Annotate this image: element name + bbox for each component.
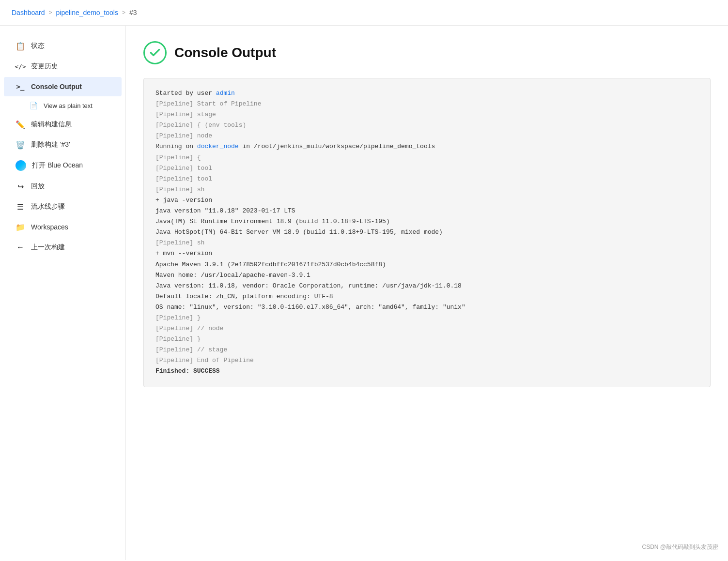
breadcrumb-dashboard[interactable]: Dashboard [12, 9, 45, 16]
breadcrumb-sep-2: > [122, 9, 125, 16]
console-line-2: [Pipeline] Start of Pipeline [155, 99, 698, 109]
console-line-3: [Pipeline] stage [155, 109, 698, 120]
sidebar-label-blue-ocean: 打开 Blue Ocean [32, 161, 83, 170]
console-text: [Pipeline] } [155, 314, 201, 321]
sidebar-label-replay: 回放 [31, 182, 45, 191]
console-text: [Pipeline] // stage [155, 346, 227, 353]
console-line-17: Apache Maven 3.9.1 (2e178502fcdbffc20167… [155, 259, 698, 270]
console-line-7: [Pipeline] { [155, 152, 698, 163]
replay-icon: ↪ [15, 182, 25, 191]
sidebar-item-view-plain-text[interactable]: 📄 View as plain text [4, 97, 122, 114]
admin-link[interactable]: admin [216, 90, 235, 97]
status-icon: 📋 [15, 41, 25, 51]
console-line-13: Java(TM) SE Runtime Environment 18.9 (bu… [155, 216, 698, 227]
console-text: Java(TM) SE Runtime Environment 18.9 (bu… [155, 218, 390, 225]
sidebar-label-edit-build: 编辑构建信息 [31, 120, 72, 129]
breadcrumb-pipeline[interactable]: pipeline_demo_tools [56, 9, 118, 16]
console-line-16: + mvn --version [155, 248, 698, 259]
sidebar-item-change-history[interactable]: </> 变更历史 [4, 57, 122, 76]
console-line-27: Finished: SUCCESS [155, 366, 698, 377]
console-text: + java -version [155, 197, 212, 204]
console-line-19: Java version: 11.0.18, vendor: Oracle Co… [155, 281, 698, 291]
sidebar-label-change-history: 变更历史 [31, 62, 58, 71]
sidebar-item-blue-ocean[interactable]: 打开 Blue Ocean [4, 155, 122, 176]
console-text: java version "11.0.18" 2023-01-17 LTS [155, 207, 295, 214]
sidebar-item-delete-build[interactable]: 🗑️ 删除构建 '#3' [4, 135, 122, 154]
console-line-14: Java HotSpot(TM) 64-Bit Server VM 18.9 (… [155, 227, 698, 238]
main-content: Console Output Started by user admin [Pi… [126, 26, 728, 560]
page-title: Console Output [174, 45, 276, 61]
console-line-9: [Pipeline] tool [155, 174, 698, 184]
console-line-15: [Pipeline] sh [155, 238, 698, 248]
change-history-icon: </> [15, 61, 25, 71]
sidebar-item-workspaces[interactable]: 📁 Workspaces [4, 217, 122, 237]
console-text: [Pipeline] // node [155, 325, 223, 332]
console-output-icon: >_ [15, 82, 25, 91]
sidebar-item-pipeline-steps[interactable]: ☰ 流水线步骤 [4, 197, 122, 216]
console-text: [Pipeline] { [155, 154, 201, 161]
console-line-5: [Pipeline] node [155, 131, 698, 141]
breadcrumb-current: #3 [129, 9, 137, 16]
console-text: Maven home: /usr/local/apache-maven-3.9.… [155, 272, 310, 279]
main-layout: 📋 状态 </> 变更历史 >_ Console Output 📄 View a… [0, 26, 728, 560]
sidebar-item-console-output[interactable]: >_ Console Output [4, 77, 122, 96]
blue-ocean-icon [15, 160, 26, 171]
console-text: OS name: "linux", version: "3.10.0-1160.… [155, 303, 465, 311]
console-text: [Pipeline] sh [155, 186, 204, 193]
sidebar-label-workspaces: Workspaces [31, 223, 68, 231]
console-text: + mvn --version [155, 250, 212, 257]
console-text: [Pipeline] } [155, 335, 201, 343]
console-text: [Pipeline] tool [155, 165, 212, 172]
console-text: [Pipeline] End of Pipeline [155, 357, 254, 364]
console-line-22: [Pipeline] } [155, 313, 698, 323]
sidebar-item-edit-build[interactable]: ✏️ 编辑构建信息 [4, 115, 122, 134]
console-line-18: Maven home: /usr/local/apache-maven-3.9.… [155, 270, 698, 281]
console-text: Running on [155, 143, 197, 150]
watermark: CSDN @敲代码敲到头发茂密 [642, 543, 718, 551]
sidebar-label-prev-build: 上一次构建 [31, 243, 65, 252]
sidebar-label-console-output: Console Output [31, 83, 82, 91]
sidebar-label-view-plain-text: View as plain text [44, 102, 93, 109]
sidebar: 📋 状态 </> 变更历史 >_ Console Output 📄 View a… [0, 26, 126, 560]
console-text: Java version: 11.0.18, vendor: Oracle Co… [155, 282, 462, 289]
console-line-26: [Pipeline] End of Pipeline [155, 355, 698, 366]
console-line-4: [Pipeline] { (env tools) [155, 120, 698, 131]
console-line-23: [Pipeline] // node [155, 323, 698, 334]
edit-build-icon: ✏️ [15, 120, 25, 129]
console-line-11: + java -version [155, 195, 698, 206]
breadcrumb: Dashboard > pipeline_demo_tools > #3 [0, 0, 728, 26]
sidebar-label-delete-build: 删除构建 '#3' [31, 140, 70, 149]
console-line-10: [Pipeline] sh [155, 184, 698, 195]
docker-node-link[interactable]: docker_node [197, 143, 239, 150]
console-line-25: [Pipeline] // stage [155, 345, 698, 355]
sidebar-item-status[interactable]: 📋 状态 [4, 36, 122, 56]
console-text: [Pipeline] stage [155, 111, 216, 118]
console-finished: Finished: SUCCESS [155, 367, 220, 375]
console-text: [Pipeline] tool [155, 175, 212, 182]
console-text: [Pipeline] Start of Pipeline [155, 100, 261, 107]
sidebar-label-status: 状态 [31, 42, 45, 50]
console-text: [Pipeline] node [155, 132, 212, 139]
breadcrumb-sep-1: > [49, 9, 52, 16]
delete-build-icon: 🗑️ [15, 140, 25, 150]
console-text: Started by user [155, 90, 216, 97]
page-header: Console Output [143, 41, 711, 64]
console-text: [Pipeline] { (env tools) [155, 121, 246, 129]
plain-text-icon: 📄 [29, 101, 38, 110]
console-line-12: java version "11.0.18" 2023-01-17 LTS [155, 206, 698, 216]
console-text: Default locale: zh_CN, platform encoding… [155, 293, 333, 300]
console-text: in /root/jenkins_mulu/workspace/pipeline… [239, 143, 435, 150]
sidebar-item-replay[interactable]: ↪ 回放 [4, 177, 122, 196]
prev-build-icon: ← [15, 243, 25, 252]
console-text: [Pipeline] sh [155, 239, 204, 246]
console-text: Apache Maven 3.9.1 (2e178502fcdbffc20167… [155, 261, 386, 268]
success-check-icon [143, 41, 167, 64]
sidebar-item-prev-build[interactable]: ← 上一次构建 [4, 238, 122, 257]
console-output-area: Started by user admin [Pipeline] Start o… [143, 78, 711, 387]
workspaces-icon: 📁 [15, 222, 25, 232]
console-line-20: Default locale: zh_CN, platform encoding… [155, 291, 698, 302]
console-text: Java HotSpot(TM) 64-Bit Server VM 18.9 (… [155, 228, 443, 236]
console-line-1: Started by user admin [155, 88, 698, 99]
console-line-6: Running on docker_node in /root/jenkins_… [155, 141, 698, 152]
console-line-8: [Pipeline] tool [155, 163, 698, 174]
